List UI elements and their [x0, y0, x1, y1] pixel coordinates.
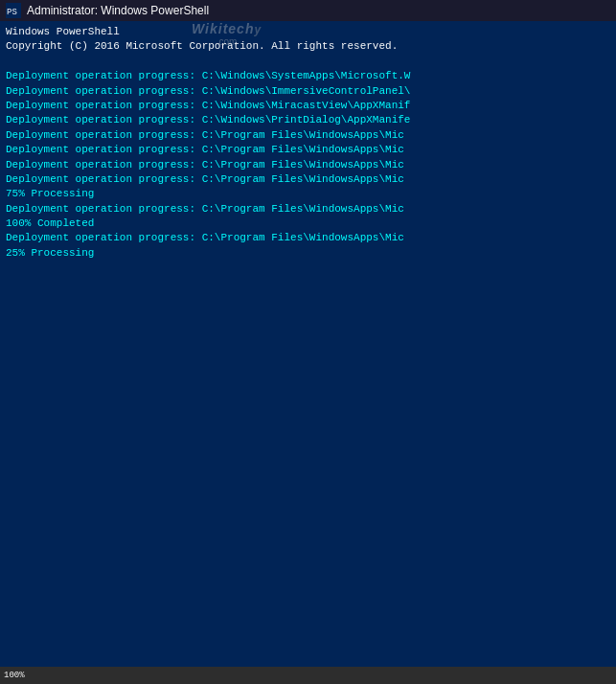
title-bar: PS Administrator: Windows PowerShell — [0, 0, 616, 21]
terminal-line-4: Deployment operation progress: C:\Progra… — [6, 128, 610, 143]
terminal-line-7: Deployment operation progress: C:\Progra… — [6, 172, 610, 187]
terminal-line-10: 100% Completed — [6, 217, 610, 231]
terminal-line-8: 75% Processing — [6, 187, 610, 201]
terminal-line-12: 25% Processing — [6, 246, 610, 261]
bottom-bar: 100% — [0, 667, 616, 684]
bottom-bar-text: 100% — [4, 671, 25, 680]
terminal-line-6: Deployment operation progress: C:\Progra… — [6, 158, 610, 172]
terminal-blank-1 — [6, 55, 610, 69]
terminal-line-3: Deployment operation progress: C:\Window… — [6, 113, 610, 127]
terminal-line-0: Deployment operation progress: C:\Window… — [6, 69, 610, 83]
terminal-line-1: Deployment operation progress: C:\Window… — [6, 84, 610, 99]
terminal-line-9: Deployment operation progress: C:\Progra… — [6, 202, 610, 217]
powershell-icon: PS — [6, 3, 21, 18]
terminal-area: Wikitechy .com Windows PowerShell Copyri… — [0, 21, 616, 667]
terminal-header-line2: Copyright (C) 2016 Microsoft Corporation… — [6, 39, 610, 54]
terminal-line-5: Deployment operation progress: C:\Progra… — [6, 143, 610, 157]
terminal-header-line1: Windows PowerShell — [6, 25, 610, 39]
title-bar-label: Administrator: Windows PowerShell — [27, 4, 610, 17]
svg-text:PS: PS — [7, 8, 17, 17]
terminal-line-11: Deployment operation progress: C:\Progra… — [6, 231, 610, 245]
terminal-line-2: Deployment operation progress: C:\Window… — [6, 99, 610, 113]
window-container: PS Administrator: Windows PowerShell Wik… — [0, 0, 616, 684]
